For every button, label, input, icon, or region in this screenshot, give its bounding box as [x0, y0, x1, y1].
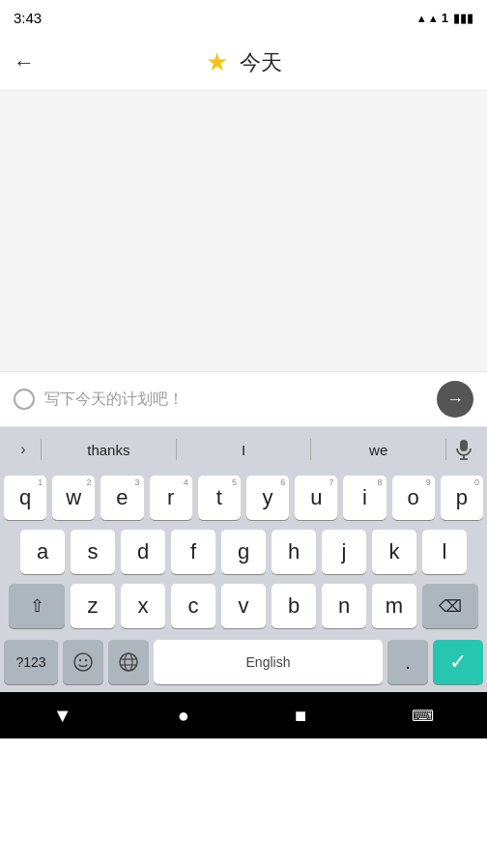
- key-c[interactable]: c: [171, 584, 215, 628]
- key-g[interactable]: g: [221, 530, 266, 574]
- key-k[interactable]: k: [372, 530, 416, 574]
- page-title: 今天: [240, 48, 282, 77]
- confirm-key[interactable]: ✓: [433, 640, 483, 684]
- key-d[interactable]: d: [121, 530, 165, 574]
- suggestion-3[interactable]: we: [313, 442, 444, 458]
- nav-back-icon[interactable]: ▼: [53, 705, 72, 727]
- nav-keyboard-icon[interactable]: ⌨: [412, 707, 434, 725]
- key-l[interactable]: l: [422, 530, 467, 574]
- svg-rect-0: [460, 440, 468, 451]
- svg-point-5: [85, 659, 87, 661]
- key-z[interactable]: z: [71, 584, 115, 628]
- svg-point-4: [79, 659, 81, 661]
- key-r[interactable]: 4r: [150, 476, 192, 520]
- key-o[interactable]: 9o: [392, 476, 435, 520]
- key-row-1: 1q 2w 3e 4r 5t 6y 7u 8i 9o 0p: [4, 476, 483, 520]
- status-icons: ▴ ▴ 1 ▮▮▮: [418, 11, 473, 25]
- confirm-icon: ✓: [449, 650, 467, 675]
- emoji-key[interactable]: [63, 640, 103, 684]
- suggestion-1[interactable]: thanks: [43, 442, 174, 458]
- svg-point-6: [120, 653, 137, 671]
- key-u[interactable]: 7u: [295, 476, 337, 520]
- key-w[interactable]: 2w: [52, 476, 95, 520]
- key-i[interactable]: 8i: [343, 476, 386, 520]
- backspace-key[interactable]: ⌫: [422, 584, 478, 628]
- suggestion-2[interactable]: I: [179, 442, 309, 458]
- key-e[interactable]: 3e: [100, 476, 143, 520]
- key-q[interactable]: 1q: [4, 476, 46, 520]
- back-button[interactable]: ←: [14, 50, 35, 75]
- top-bar: ← ★ 今天: [0, 35, 487, 91]
- nav-recents-icon[interactable]: ■: [295, 705, 306, 727]
- bottom-key-row: ?123 English . ✓: [0, 640, 487, 688]
- num-key[interactable]: ?123: [4, 640, 58, 684]
- svg-point-3: [74, 653, 92, 671]
- suggestions-row: › thanks I we: [0, 427, 487, 472]
- key-v[interactable]: v: [221, 584, 266, 628]
- keyboard: › thanks I we 1q 2w 3e 4r 5t 6y 7u 8i: [0, 427, 487, 692]
- globe-key[interactable]: [108, 640, 149, 684]
- star-icon[interactable]: ★: [206, 47, 228, 77]
- shift-key[interactable]: ⇧: [9, 584, 65, 628]
- divider: [41, 439, 42, 460]
- keys-section: 1q 2w 3e 4r 5t 6y 7u 8i 9o 0p a s d f g …: [0, 472, 487, 640]
- key-a[interactable]: a: [20, 530, 65, 574]
- top-bar-center: ★ 今天: [206, 47, 282, 77]
- send-arrow-icon: →: [446, 390, 464, 410]
- svg-point-7: [125, 653, 132, 671]
- input-bar: 写下今天的计划吧！ →: [0, 371, 487, 427]
- key-b[interactable]: b: [272, 584, 316, 628]
- check-circle-icon[interactable]: [14, 389, 35, 410]
- input-placeholder[interactable]: 写下今天的计划吧！: [44, 390, 427, 410]
- key-n[interactable]: n: [322, 584, 366, 628]
- key-f[interactable]: f: [171, 530, 215, 574]
- divider: [445, 439, 446, 460]
- key-x[interactable]: x: [121, 584, 165, 628]
- divider: [310, 439, 311, 460]
- key-p[interactable]: 0p: [441, 476, 483, 520]
- status-bar: 3:43 ▴ ▴ 1 ▮▮▮: [0, 0, 487, 35]
- key-t[interactable]: 5t: [198, 476, 241, 520]
- key-row-3: ⇧ z x c v b n m ⌫: [4, 584, 483, 628]
- key-j[interactable]: j: [322, 530, 366, 574]
- key-h[interactable]: h: [272, 530, 316, 574]
- status-time: 3:43: [14, 10, 42, 26]
- main-content: [0, 91, 487, 371]
- divider: [176, 439, 177, 460]
- key-y[interactable]: 6y: [246, 476, 289, 520]
- period-key[interactable]: .: [387, 640, 428, 684]
- send-button[interactable]: →: [437, 381, 473, 418]
- nav-bar: ▼ ● ■ ⌨: [0, 692, 487, 738]
- key-row-2: a s d f g h j k l: [4, 530, 483, 574]
- mic-button[interactable]: [448, 434, 479, 465]
- key-m[interactable]: m: [372, 584, 416, 628]
- key-s[interactable]: s: [71, 530, 115, 574]
- nav-home-icon[interactable]: ●: [178, 705, 189, 727]
- space-key[interactable]: English: [154, 640, 383, 684]
- suggestions-expand-button[interactable]: ›: [8, 434, 39, 465]
